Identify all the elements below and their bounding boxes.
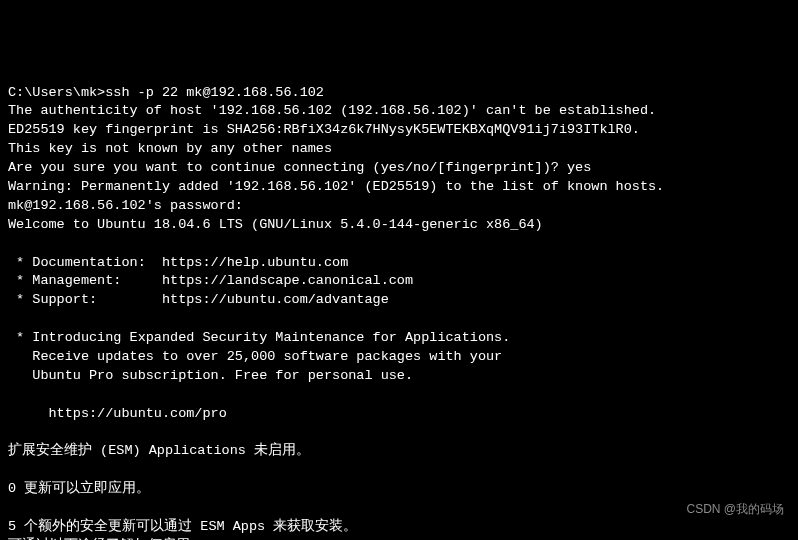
terminal-line [8, 424, 790, 443]
terminal-line: 0 更新可以立即应用。 [8, 480, 790, 499]
terminal-line: Welcome to Ubuntu 18.04.6 LTS (GNU/Linux… [8, 216, 790, 235]
terminal-line: * Support: https://ubuntu.com/advantage [8, 291, 790, 310]
terminal-line: This key is not known by any other names [8, 140, 790, 159]
terminal-line [8, 235, 790, 254]
terminal-line: Are you sure you want to continue connec… [8, 159, 790, 178]
terminal-line: Ubuntu Pro subscription. Free for person… [8, 367, 790, 386]
terminal-output: C:\Users\mk>ssh -p 22 mk@192.168.56.102T… [8, 84, 790, 540]
terminal-line: Receive updates to over 25,000 software … [8, 348, 790, 367]
terminal-line: https://ubuntu.com/pro [8, 405, 790, 424]
terminal-line: * Management: https://landscape.canonica… [8, 272, 790, 291]
terminal-line: The authenticity of host '192.168.56.102… [8, 102, 790, 121]
terminal-line: * Introducing Expanded Security Maintena… [8, 329, 790, 348]
terminal-line [8, 386, 790, 405]
terminal-line: ED25519 key fingerprint is SHA256:RBfiX3… [8, 121, 790, 140]
terminal-line: mk@192.168.56.102's password: [8, 197, 790, 216]
terminal-line [8, 499, 790, 518]
terminal-line [8, 461, 790, 480]
watermark-text: CSDN @我的码场 [686, 501, 784, 518]
terminal-line: 5 个额外的安全更新可以通过 ESM Apps 来获取安装。 [8, 518, 790, 537]
terminal-line: 扩展安全维护 (ESM) Applications 未启用。 [8, 442, 790, 461]
terminal-line: * Documentation: https://help.ubuntu.com [8, 254, 790, 273]
terminal-line: Warning: Permanently added '192.168.56.1… [8, 178, 790, 197]
terminal-line: C:\Users\mk>ssh -p 22 mk@192.168.56.102 [8, 84, 790, 103]
terminal-line [8, 310, 790, 329]
